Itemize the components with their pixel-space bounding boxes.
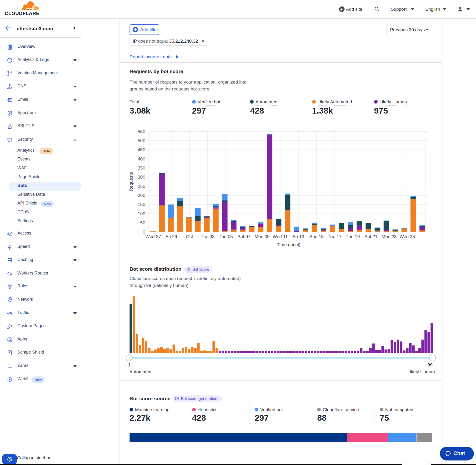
svg-text:Fri 13: Fri 13 [293, 234, 304, 239]
svg-text:100: 100 [138, 211, 145, 216]
svg-text:Sat 07: Sat 07 [237, 234, 251, 239]
svg-text:500: 500 [138, 138, 145, 143]
svg-text:350: 350 [138, 166, 145, 170]
svg-text:Mon 23: Mon 23 [381, 234, 396, 239]
svg-text:550: 550 [138, 129, 145, 134]
svg-text:Sat 21: Sat 21 [364, 234, 377, 239]
svg-text:Fri 29: Fri 29 [166, 234, 177, 239]
svg-text:Wed 11: Wed 11 [273, 234, 288, 239]
svg-text:Sun 15: Sun 15 [309, 234, 324, 239]
svg-text:150: 150 [138, 202, 145, 207]
svg-text:Mon 09: Mon 09 [254, 234, 270, 239]
svg-text:Oct: Oct [186, 234, 193, 239]
svg-text:Thu 19: Thu 19 [346, 234, 360, 239]
svg-text:Tue 17: Tue 17 [328, 234, 341, 239]
svg-text:Requests: Requests [128, 172, 134, 191]
svg-text:250: 250 [138, 184, 145, 189]
svg-text:Wed 25: Wed 25 [400, 234, 415, 239]
svg-text:200: 200 [138, 193, 145, 198]
svg-text:300: 300 [138, 175, 145, 180]
svg-text:Tue 03: Tue 03 [201, 234, 214, 239]
svg-text:400: 400 [138, 157, 145, 161]
svg-text:450: 450 [138, 147, 145, 152]
svg-text:Thu 05: Thu 05 [219, 234, 233, 239]
svg-text:Time (local): Time (local) [277, 242, 300, 247]
svg-text:0: 0 [143, 230, 145, 234]
svg-text:Wed 27: Wed 27 [146, 234, 161, 239]
svg-text:50: 50 [140, 220, 145, 225]
